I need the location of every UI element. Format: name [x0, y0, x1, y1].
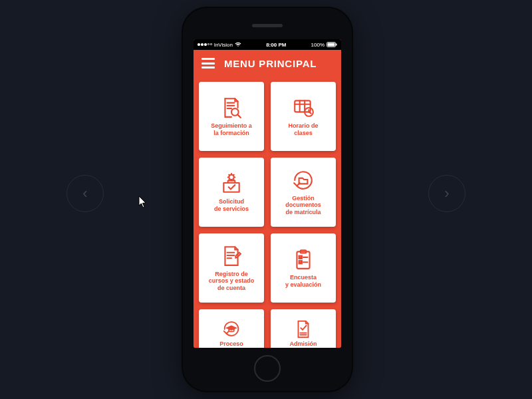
menu-card-proceso[interactable]: Proceso [199, 309, 264, 348]
wifi-icon [235, 42, 241, 47]
document-magnify-icon [220, 96, 243, 119]
calendar-clock-icon [292, 96, 315, 119]
hamburger-bar-icon [201, 58, 215, 60]
status-time: 8:00 PM [266, 42, 286, 48]
app-header: MENU PRINCIPAL [194, 50, 341, 76]
menu-card-label: Solicitud de servicios [214, 198, 249, 212]
page-title: MENU PRINCIPAL [224, 58, 317, 69]
main-menu-grid: Seguimiento a la formación Horario de cl… [199, 82, 336, 348]
chevron-right-icon: › [444, 185, 449, 202]
battery-icon [327, 42, 337, 47]
phone-device-frame: InVision 8:00 PM 100% MENU PRINCIPAL [183, 8, 352, 391]
carousel-prev-button[interactable]: ‹ [66, 175, 104, 212]
phone-speaker [252, 24, 283, 27]
menu-card-label: Gestión documentos de matrícula [285, 195, 321, 215]
mouse-cursor-icon [138, 196, 148, 209]
status-left: InVision [198, 42, 241, 48]
hamburger-bar-icon [201, 66, 215, 68]
toolbox-gear-icon [220, 172, 243, 195]
menu-card-label: Registro de cursos y estado de cuenta [209, 271, 255, 291]
menu-card-registro[interactable]: Registro de cursos y estado de cuenta [199, 233, 264, 303]
svg-rect-1 [328, 43, 335, 47]
carrier-label: InVision [214, 42, 233, 48]
hamburger-menu-button[interactable] [201, 58, 215, 68]
document-check-icon [293, 319, 313, 339]
menu-card-label: Encuesta y evaluación [285, 274, 321, 288]
battery-percent: 100% [311, 42, 325, 48]
folder-refresh-icon [292, 169, 315, 192]
menu-card-label: Proceso [219, 340, 243, 347]
svg-line-14 [309, 112, 311, 114]
status-right: 100% [311, 42, 337, 48]
chevron-left-icon: ‹ [82, 185, 87, 202]
menu-card-admision[interactable]: Admisión [271, 309, 336, 348]
main-menu-grid-wrap: Seguimiento a la formación Horario de cl… [194, 76, 341, 348]
checklist-icon [292, 248, 315, 271]
menu-card-solicitud[interactable]: Solicitud de servicios [199, 158, 264, 227]
phone-screen: InVision 8:00 PM 100% MENU PRINCIPAL [194, 39, 341, 348]
status-bar: InVision 8:00 PM 100% [194, 39, 341, 50]
svg-rect-8 [295, 101, 310, 112]
svg-line-7 [238, 115, 241, 118]
carousel-next-button[interactable]: › [428, 175, 466, 212]
menu-card-label: Admisión [289, 340, 317, 347]
menu-card-label: Horario de clases [288, 122, 318, 136]
svg-rect-2 [336, 44, 337, 46]
graduation-refresh-icon [221, 319, 241, 339]
menu-card-encuesta[interactable]: Encuesta y evaluación [271, 233, 336, 303]
menu-card-seguimiento[interactable]: Seguimiento a la formación [199, 82, 264, 151]
menu-card-gestion[interactable]: Gestión documentos de matrícula [271, 158, 336, 227]
menu-card-horario[interactable]: Horario de clases [271, 82, 336, 151]
phone-home-button[interactable] [254, 355, 281, 382]
hamburger-bar-icon [201, 63, 215, 65]
document-edit-icon [220, 245, 243, 267]
menu-card-label: Seguimiento a la formación [211, 122, 252, 136]
signal-dots-icon [198, 43, 212, 46]
